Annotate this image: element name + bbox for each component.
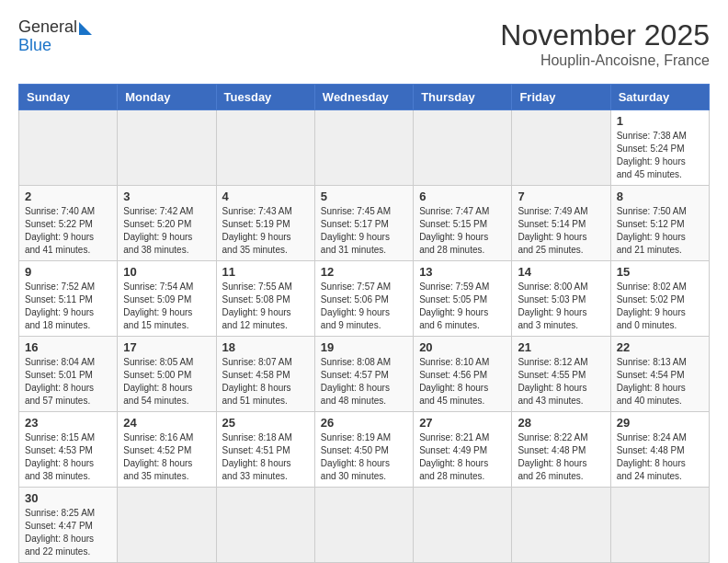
- day-info: Sunrise: 8:18 AM Sunset: 4:51 PM Dayligh…: [222, 431, 309, 483]
- calendar-cell: 17Sunrise: 8:05 AM Sunset: 5:00 PM Dayli…: [118, 337, 216, 412]
- day-info: Sunrise: 8:07 AM Sunset: 4:58 PM Dayligh…: [222, 356, 309, 408]
- day-header-monday: Monday: [118, 85, 216, 110]
- calendar-cell: 23Sunrise: 8:15 AM Sunset: 4:53 PM Dayli…: [19, 412, 118, 488]
- day-number: 30: [25, 491, 111, 505]
- day-number: 27: [419, 416, 506, 430]
- day-number: 8: [617, 190, 703, 203]
- day-info: Sunrise: 8:24 AM Sunset: 4:48 PM Dayligh…: [617, 431, 703, 483]
- day-number: 5: [321, 190, 407, 203]
- calendar-cell: 30Sunrise: 8:25 AM Sunset: 4:47 PM Dayli…: [19, 488, 118, 563]
- day-header-tuesday: Tuesday: [216, 85, 314, 110]
- logo-text-block: General Blue: [18, 18, 92, 55]
- calendar-week-row: 30Sunrise: 8:25 AM Sunset: 4:47 PM Dayli…: [19, 488, 710, 563]
- calendar-cell: 26Sunrise: 8:19 AM Sunset: 4:50 PM Dayli…: [314, 412, 413, 488]
- calendar-cell: 20Sunrise: 8:10 AM Sunset: 4:56 PM Dayli…: [414, 337, 512, 412]
- day-info: Sunrise: 8:15 AM Sunset: 4:53 PM Dayligh…: [25, 431, 111, 483]
- day-info: Sunrise: 7:40 AM Sunset: 5:22 PM Dayligh…: [25, 205, 111, 257]
- calendar-cell: 18Sunrise: 8:07 AM Sunset: 4:58 PM Dayli…: [216, 337, 314, 412]
- day-number: 21: [518, 340, 604, 354]
- day-info: Sunrise: 7:43 AM Sunset: 5:19 PM Dayligh…: [222, 205, 309, 257]
- logo-triangle-icon: [79, 22, 92, 35]
- calendar-cell: 22Sunrise: 8:13 AM Sunset: 4:54 PM Dayli…: [610, 337, 709, 412]
- calendar-cell: [314, 110, 413, 186]
- calendar-cell: [414, 110, 512, 186]
- calendar-cell: [118, 110, 216, 186]
- day-info: Sunrise: 7:45 AM Sunset: 5:17 PM Dayligh…: [321, 205, 407, 257]
- title-area: November 2025 Houplin-Ancoisne, France: [500, 18, 710, 69]
- day-info: Sunrise: 8:02 AM Sunset: 5:02 PM Dayligh…: [617, 281, 703, 332]
- calendar-cell: 11Sunrise: 7:55 AM Sunset: 5:08 PM Dayli…: [216, 261, 314, 337]
- day-info: Sunrise: 7:52 AM Sunset: 5:11 PM Dayligh…: [25, 281, 111, 332]
- day-info: Sunrise: 8:04 AM Sunset: 5:01 PM Dayligh…: [25, 356, 111, 408]
- day-number: 16: [25, 340, 111, 354]
- day-info: Sunrise: 8:00 AM Sunset: 5:03 PM Dayligh…: [518, 281, 604, 332]
- calendar-cell: [414, 488, 512, 563]
- calendar-cell: 27Sunrise: 8:21 AM Sunset: 4:49 PM Dayli…: [414, 412, 512, 488]
- calendar-cell: [216, 110, 314, 186]
- logo-word-general: General: [18, 18, 77, 37]
- logo: General Blue: [18, 18, 92, 55]
- day-number: 29: [617, 416, 703, 430]
- day-info: Sunrise: 8:22 AM Sunset: 4:48 PM Dayligh…: [518, 431, 604, 483]
- day-number: 19: [321, 340, 407, 354]
- day-number: 23: [25, 416, 111, 430]
- calendar-cell: 2Sunrise: 7:40 AM Sunset: 5:22 PM Daylig…: [19, 186, 118, 261]
- calendar-cell: [512, 488, 610, 563]
- calendar-cell: [314, 488, 413, 563]
- calendar-cell: 7Sunrise: 7:49 AM Sunset: 5:14 PM Daylig…: [512, 186, 610, 261]
- calendar-week-row: 23Sunrise: 8:15 AM Sunset: 4:53 PM Dayli…: [19, 412, 710, 488]
- day-number: 18: [222, 340, 309, 354]
- day-number: 14: [518, 265, 604, 279]
- day-number: 9: [25, 265, 111, 279]
- calendar-subtitle: Houplin-Ancoisne, France: [500, 52, 710, 69]
- calendar-cell: 24Sunrise: 8:16 AM Sunset: 4:52 PM Dayli…: [118, 412, 216, 488]
- day-info: Sunrise: 7:47 AM Sunset: 5:15 PM Dayligh…: [419, 205, 506, 257]
- calendar-week-row: 1Sunrise: 7:38 AM Sunset: 5:24 PM Daylig…: [19, 110, 710, 186]
- calendar-cell: 21Sunrise: 8:12 AM Sunset: 4:55 PM Dayli…: [512, 337, 610, 412]
- calendar-cell: 28Sunrise: 8:22 AM Sunset: 4:48 PM Dayli…: [512, 412, 610, 488]
- day-info: Sunrise: 7:50 AM Sunset: 5:12 PM Dayligh…: [617, 205, 703, 257]
- header: General Blue November 2025 Houplin-Ancoi…: [18, 18, 710, 69]
- calendar-cell: 10Sunrise: 7:54 AM Sunset: 5:09 PM Dayli…: [118, 261, 216, 337]
- calendar-week-row: 16Sunrise: 8:04 AM Sunset: 5:01 PM Dayli…: [19, 337, 710, 412]
- day-number: 28: [518, 416, 604, 430]
- calendar-cell: [216, 488, 314, 563]
- day-info: Sunrise: 8:25 AM Sunset: 4:47 PM Dayligh…: [25, 507, 111, 558]
- day-header-saturday: Saturday: [610, 85, 709, 110]
- calendar-cell: 13Sunrise: 7:59 AM Sunset: 5:05 PM Dayli…: [414, 261, 512, 337]
- day-number: 2: [25, 190, 111, 203]
- day-number: 24: [123, 416, 210, 430]
- day-number: 17: [123, 340, 210, 354]
- day-number: 7: [518, 190, 604, 203]
- day-info: Sunrise: 7:49 AM Sunset: 5:14 PM Dayligh…: [518, 205, 604, 257]
- day-info: Sunrise: 8:05 AM Sunset: 5:00 PM Dayligh…: [123, 356, 210, 408]
- calendar-cell: 25Sunrise: 8:18 AM Sunset: 4:51 PM Dayli…: [216, 412, 314, 488]
- calendar-cell: [610, 488, 709, 563]
- day-info: Sunrise: 8:19 AM Sunset: 4:50 PM Dayligh…: [321, 431, 407, 483]
- calendar-week-row: 2Sunrise: 7:40 AM Sunset: 5:22 PM Daylig…: [19, 186, 710, 261]
- day-header-sunday: Sunday: [19, 85, 118, 110]
- day-number: 4: [222, 190, 309, 203]
- calendar-cell: 4Sunrise: 7:43 AM Sunset: 5:19 PM Daylig…: [216, 186, 314, 261]
- calendar-cell: [19, 110, 118, 186]
- day-info: Sunrise: 7:59 AM Sunset: 5:05 PM Dayligh…: [419, 281, 506, 332]
- day-number: 26: [321, 416, 407, 430]
- day-number: 13: [419, 265, 506, 279]
- day-number: 1: [617, 114, 703, 128]
- day-info: Sunrise: 8:12 AM Sunset: 4:55 PM Dayligh…: [518, 356, 604, 408]
- day-info: Sunrise: 7:55 AM Sunset: 5:08 PM Dayligh…: [222, 281, 309, 332]
- calendar-cell: 14Sunrise: 8:00 AM Sunset: 5:03 PM Dayli…: [512, 261, 610, 337]
- day-info: Sunrise: 8:10 AM Sunset: 4:56 PM Dayligh…: [419, 356, 506, 408]
- day-number: 6: [419, 190, 506, 203]
- day-info: Sunrise: 7:42 AM Sunset: 5:20 PM Dayligh…: [123, 205, 210, 257]
- calendar-cell: 12Sunrise: 7:57 AM Sunset: 5:06 PM Dayli…: [314, 261, 413, 337]
- calendar-header-row: SundayMondayTuesdayWednesdayThursdayFrid…: [19, 85, 710, 110]
- calendar-title: November 2025: [500, 18, 710, 52]
- calendar-cell: 16Sunrise: 8:04 AM Sunset: 5:01 PM Dayli…: [19, 337, 118, 412]
- day-info: Sunrise: 7:57 AM Sunset: 5:06 PM Dayligh…: [321, 281, 407, 332]
- calendar-cell: 29Sunrise: 8:24 AM Sunset: 4:48 PM Dayli…: [610, 412, 709, 488]
- calendar-cell: [512, 110, 610, 186]
- calendar-cell: 5Sunrise: 7:45 AM Sunset: 5:17 PM Daylig…: [314, 186, 413, 261]
- day-number: 3: [123, 190, 210, 203]
- logo-word-blue: Blue: [18, 37, 51, 55]
